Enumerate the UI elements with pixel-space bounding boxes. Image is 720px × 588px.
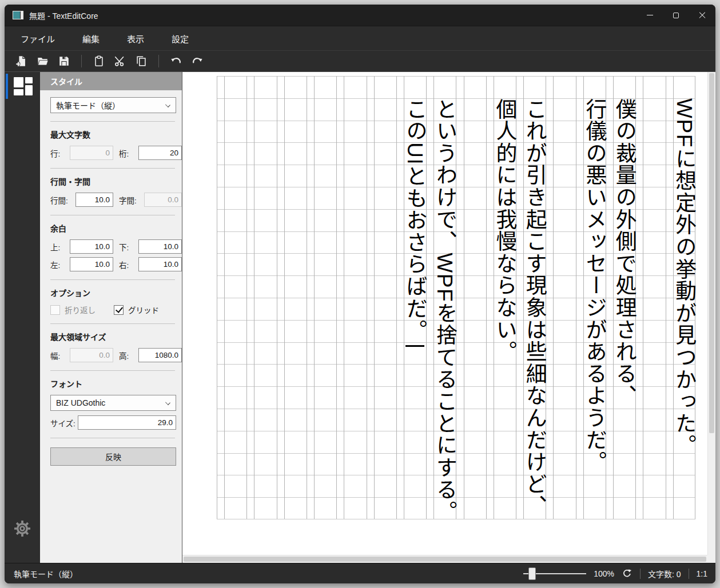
wrap-checkbox-label: 折り返し (65, 304, 114, 315)
left-rail (5, 72, 40, 563)
panel-header: スタイル (40, 72, 182, 90)
area-height-label: 高: (119, 350, 138, 361)
margin-bottom-input[interactable] (138, 239, 182, 254)
menu-bar: ファイル 編集 表示 設定 (5, 26, 715, 50)
gear-icon (13, 519, 31, 538)
rows-max-input (70, 146, 113, 160)
font-family-select[interactable]: BIZ UDGothic (50, 395, 176, 411)
font-size-label: サイズ: (50, 417, 78, 429)
vertical-text-line: というわけで、WPFを捨てることにする。 (433, 98, 456, 519)
open-file-button[interactable] (36, 54, 50, 68)
redo-icon (191, 55, 204, 67)
status-separator (640, 569, 641, 579)
vertical-text-line: このUIともおさらばだ。 (404, 98, 426, 519)
section-title-font: フォント (50, 378, 176, 389)
section-title-spacing: 行間・字間 (50, 175, 176, 187)
section-title-margins: 余白 (50, 222, 176, 234)
char-count: 文字数: 0 (648, 568, 681, 579)
vertical-text-line: これが引き起こす現象は些細なんだけど、 (523, 98, 546, 519)
menu-settings[interactable]: 設定 (172, 33, 189, 45)
line-spacing-input[interactable] (75, 193, 113, 207)
rows-label: 行: (50, 147, 70, 159)
margin-bottom-label: 下: (119, 241, 138, 253)
maximize-button[interactable] (663, 5, 689, 26)
tool-bar (5, 50, 715, 71)
vertical-text-line: WPFに想定外の挙動が見つかった。 (673, 98, 695, 519)
vertical-text-line: 行儀の悪いメッセージがあるようだ。 (583, 98, 606, 519)
char-spacing-label: 字間: (119, 194, 144, 206)
cut-button[interactable] (113, 54, 127, 68)
margin-left-input[interactable] (70, 257, 113, 271)
minimize-button[interactable] (637, 5, 663, 26)
menu-view[interactable]: 表示 (127, 33, 144, 45)
font-size-input[interactable] (78, 415, 176, 430)
menu-file[interactable]: ファイル (21, 33, 55, 45)
section-title-max-chars: 最大文字数 (50, 129, 176, 140)
settings-gear-button[interactable] (13, 519, 31, 540)
area-height-input[interactable] (138, 348, 182, 362)
area-width-label: 幅: (50, 350, 70, 361)
scale-ratio: 1:1 (697, 569, 707, 578)
grid-checkbox-label: グリッド (128, 304, 159, 315)
margin-left-label: 左: (50, 259, 70, 270)
undo-icon (170, 55, 182, 67)
divider (50, 121, 175, 122)
layout-grid-icon (14, 77, 23, 87)
divider (50, 279, 175, 280)
write-mode-value: 執筆モード（縦） (56, 99, 120, 111)
refresh-button[interactable] (622, 568, 633, 579)
vertical-scrollbar-thumb[interactable] (709, 73, 714, 433)
refresh-icon (622, 568, 633, 579)
undo-button[interactable] (169, 54, 183, 68)
status-separator (689, 569, 689, 579)
vertical-text-line: 僕の裁量の外側で処理される、 (613, 98, 635, 519)
divider (50, 438, 175, 438)
divider (50, 215, 175, 215)
divider (50, 323, 175, 324)
cols-label: 桁: (119, 147, 138, 159)
close-button[interactable] (689, 5, 715, 26)
divider (50, 370, 175, 371)
write-mode-select[interactable]: 執筆モード（縦） (50, 97, 176, 113)
open-folder-icon (37, 55, 49, 67)
margin-right-label: 右: (119, 259, 138, 270)
cols-max-input[interactable] (138, 146, 182, 160)
redo-button[interactable] (190, 54, 204, 68)
copy-button[interactable] (134, 54, 148, 68)
margin-right-input[interactable] (138, 257, 182, 271)
active-tool-accent (6, 74, 8, 99)
zoom-slider-thumb[interactable] (528, 567, 536, 580)
new-file-icon (15, 55, 28, 67)
window-title: 無題 - TextEditCore (29, 10, 98, 21)
copy-icon (135, 55, 148, 67)
chevron-down-icon (165, 400, 170, 405)
paste-button[interactable] (92, 54, 106, 68)
style-panel-button[interactable] (14, 77, 32, 95)
text-caret (405, 345, 424, 347)
horizontal-scrollbar[interactable] (182, 555, 707, 563)
zoom-percent: 100% (594, 569, 614, 578)
char-spacing-input (144, 193, 182, 207)
save-button[interactable] (57, 54, 71, 68)
editor-canvas[interactable]: WPFに想定外の挙動が見つかった。僕の裁量の外側で処理される、行儀の悪いメッセー… (182, 72, 715, 563)
margin-top-input[interactable] (70, 239, 113, 254)
main-area: スタイル 執筆モード（縦） 最大文字数 行: 桁: 行間・字間 (5, 71, 715, 563)
toolbar-separator (81, 55, 82, 67)
cut-icon (114, 55, 126, 67)
wrap-checkbox (50, 305, 60, 315)
vertical-scrollbar[interactable] (707, 72, 715, 555)
app-window: 無題 - TextEditCore ファイル 編集 表示 設定 (5, 5, 715, 583)
zoom-slider[interactable] (523, 567, 586, 581)
margin-top-label: 上: (50, 241, 70, 253)
area-width-input (70, 348, 113, 362)
font-family-value: BIZ UDGothic (56, 398, 105, 407)
grid-checkbox[interactable] (114, 305, 124, 315)
vertical-text-line: 個人的には我慢ならない。 (494, 98, 516, 519)
horizontal-scrollbar-thumb[interactable] (184, 557, 706, 562)
new-file-button[interactable] (15, 54, 29, 68)
section-title-max-area: 最大領域サイズ (50, 331, 176, 342)
menu-edit[interactable]: 編集 (82, 33, 100, 45)
apply-button[interactable]: 反映 (50, 447, 176, 466)
title-bar: 無題 - TextEditCore (5, 5, 715, 26)
line-spacing-label: 行間: (50, 194, 75, 206)
